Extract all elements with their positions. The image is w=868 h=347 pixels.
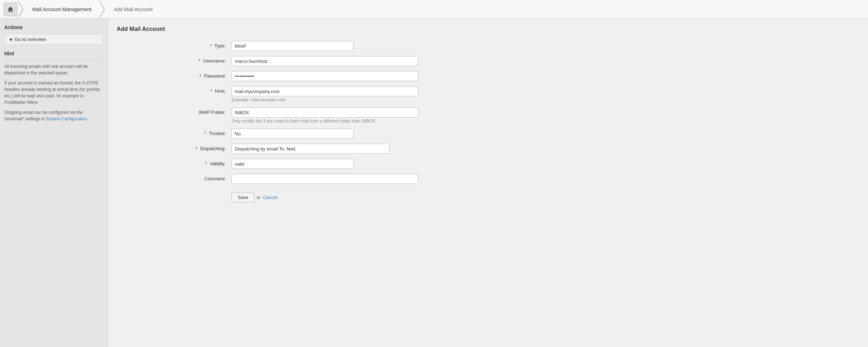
actions-title: Actions — [4, 24, 103, 30]
type-input[interactable] — [232, 41, 354, 51]
breadcrumb-item-add-mail-account: Add Mail Account — [105, 6, 160, 12]
type-label: * Type: — [117, 41, 232, 48]
imap-folder-field: Only modify this if you need to fetch ma… — [232, 107, 418, 124]
go-to-overview-button[interactable]: ◀ Go to overview — [4, 34, 103, 45]
breadcrumb-item-mail-account-management[interactable]: Mail Account Management — [24, 6, 99, 12]
form-actions: Save or Cancel — [117, 193, 859, 202]
go-to-overview-label: Go to overview — [15, 37, 46, 42]
dispatching-input[interactable] — [232, 144, 389, 154]
main-layout: Actions ◀ Go to overview Hint All incomi… — [0, 19, 868, 347]
username-label: * Username: — [117, 56, 232, 64]
trusted-row: * Trusted: — [117, 129, 859, 139]
password-required-star: * — [200, 73, 201, 79]
host-input[interactable] — [232, 86, 418, 96]
password-input[interactable] — [232, 71, 418, 81]
validity-input[interactable] — [232, 159, 354, 169]
breadcrumb-separator-2 — [99, 0, 105, 19]
host-required-star: * — [210, 88, 212, 94]
host-hint: Example: mail.example.com — [232, 97, 418, 102]
validity-field — [232, 159, 354, 169]
save-button[interactable]: Save — [232, 193, 255, 202]
host-field: Example: mail.example.com — [232, 86, 418, 102]
type-row: * Type: — [117, 41, 859, 51]
imap-folder-label: IMAP Folder: — [117, 107, 232, 115]
comment-field — [232, 174, 418, 184]
username-row: * Username: — [117, 56, 859, 66]
dispatching-required-star: * — [196, 146, 197, 151]
username-field — [232, 56, 418, 66]
dispatching-row: * Dispatching: — [117, 144, 859, 154]
home-icon — [7, 6, 14, 13]
host-row: * Host: Example: mail.example.com — [117, 86, 859, 102]
hint-section: Hint All incoming emails with one accoun… — [4, 51, 103, 122]
comment-input[interactable] — [232, 174, 418, 184]
imap-folder-input[interactable] — [232, 107, 418, 117]
breadcrumb-bar: Mail Account Management Add Mail Account — [0, 0, 868, 19]
sidebar: Actions ◀ Go to overview Hint All incomi… — [0, 19, 108, 347]
home-button[interactable] — [4, 3, 17, 16]
trusted-input[interactable] — [232, 129, 354, 139]
add-mail-account-form: * Type: * Username: * — [117, 41, 859, 202]
dispatching-field — [232, 144, 389, 154]
password-field — [232, 71, 418, 81]
password-row: * Password: — [117, 71, 859, 81]
arrow-left-icon: ◀ — [9, 37, 12, 42]
system-configuration-link[interactable]: System Configuration — [46, 116, 87, 121]
hint-paragraph-3: Outgoing email can be configured via the… — [4, 109, 103, 122]
cancel-button[interactable]: Cancel — [263, 195, 277, 200]
form-title: Add Mail Account — [117, 26, 859, 32]
dispatching-label: * Dispatching: — [117, 144, 232, 151]
hint-paragraph-2: If your account is marked as trusted, th… — [4, 80, 103, 106]
hint-title: Hint — [4, 51, 103, 60]
validity-label: * Validity: — [117, 159, 232, 166]
trusted-field — [232, 129, 354, 139]
imap-folder-hint: Only modify this if you need to fetch ma… — [232, 119, 418, 124]
validity-required-star: * — [205, 161, 207, 166]
trusted-label: * Trusted: — [117, 129, 232, 136]
password-label: * Password: — [117, 71, 232, 79]
imap-folder-row: IMAP Folder: Only modify this if you nee… — [117, 107, 859, 124]
comment-row: Comment: — [117, 174, 859, 184]
username-input[interactable] — [232, 56, 418, 66]
hint-paragraph-1: All incoming emails with one account wil… — [4, 63, 103, 76]
trusted-required-star: * — [204, 131, 206, 136]
or-label: or — [257, 195, 261, 200]
type-required-star: * — [210, 43, 212, 48]
host-label: * Host: — [117, 86, 232, 94]
validity-row: * Validity: — [117, 159, 859, 169]
content-area: Add Mail Account * Type: * Username: — [108, 19, 868, 347]
type-field — [232, 41, 354, 51]
breadcrumb-separator-1 — [18, 0, 24, 19]
comment-label: Comment: — [117, 174, 232, 181]
username-required-star: * — [199, 58, 200, 64]
